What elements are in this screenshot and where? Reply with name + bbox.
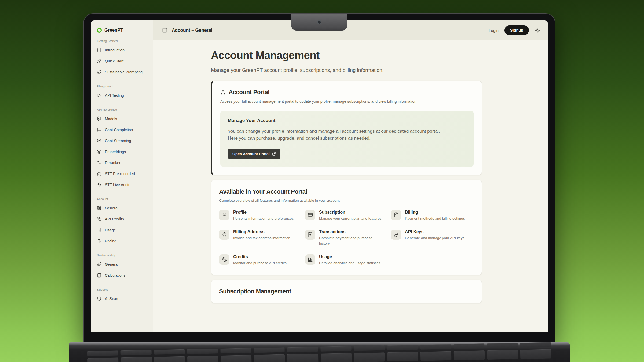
rocket-icon bbox=[97, 59, 101, 63]
radio-icon bbox=[97, 138, 101, 143]
feature-transactions: Transactions Complete payment and purcha… bbox=[305, 230, 388, 246]
login-link[interactable]: Login bbox=[489, 28, 499, 33]
calculator-icon bbox=[97, 273, 101, 278]
sidebar-item-quick-start[interactable]: Quick Start bbox=[91, 56, 153, 67]
sidebar-nav: Getting Started Introduction Quick Start… bbox=[91, 39, 153, 304]
sidebar-item-general[interactable]: General bbox=[91, 202, 153, 213]
keyboard-key bbox=[320, 353, 352, 362]
account-portal-description: Access your full account management port… bbox=[220, 99, 474, 104]
message-square-icon bbox=[97, 127, 101, 132]
feature-usage: Usage Detailed analytics and usage stati… bbox=[305, 254, 388, 266]
feature-description: Detailed analytics and usage statistics bbox=[319, 260, 380, 266]
gear-icon bbox=[97, 206, 101, 210]
sidebar-section: API Reference Models Chat Completion Cha… bbox=[91, 108, 153, 190]
sidebar-item-label: Calculations bbox=[105, 273, 125, 278]
features-card-title: Available in Your Account Portal bbox=[219, 188, 474, 195]
leaf-icon bbox=[97, 262, 101, 267]
sidebar-section-label: Support bbox=[91, 288, 153, 291]
sidebar-section: Playground API Testing bbox=[91, 85, 153, 101]
feature-api-keys: API Keys Generate and manage your API ke… bbox=[391, 230, 474, 246]
sidebar-item-sustainable-prompting[interactable]: Sustainable Prompting bbox=[91, 67, 153, 77]
feature-text: Credits Monitor and purchase API credits bbox=[233, 254, 287, 266]
sidebar-item-usage[interactable]: Usage bbox=[91, 224, 153, 235]
sidebar-item-stt-pre-recorded[interactable]: STT Pre-recorded bbox=[91, 168, 153, 179]
sidebar-section-items: API Testing bbox=[91, 90, 153, 101]
sidebar-item-label: Models bbox=[105, 117, 117, 121]
sidebar-item-pricing[interactable]: Pricing bbox=[91, 235, 153, 246]
sidebar-item-label: API Testing bbox=[105, 93, 124, 98]
keyboard-key bbox=[87, 357, 119, 362]
subscription-management-title: Subscription Management bbox=[219, 288, 474, 295]
theme-toggle-sun-icon[interactable] bbox=[535, 28, 540, 33]
signup-button[interactable]: Signup bbox=[504, 25, 529, 35]
keyboard-key bbox=[520, 342, 551, 348]
file-text-icon bbox=[391, 210, 401, 220]
sidebar-item-general[interactable]: General bbox=[91, 259, 153, 270]
sidebar-item-label: AI Scan bbox=[105, 297, 118, 301]
sidebar-item-introduction[interactable]: Introduction bbox=[91, 45, 153, 56]
sidebar-section-label: Sustainability bbox=[91, 254, 153, 257]
sidebar-item-label: General bbox=[105, 262, 118, 267]
sidebar-section: Getting Started Introduction Quick Start… bbox=[91, 39, 153, 77]
brand-logo[interactable]: GreenPT bbox=[91, 20, 153, 34]
sidebar-item-label: Embeddings bbox=[105, 150, 126, 154]
sidebar-item-stt-live-audio[interactable]: STT Live Audio bbox=[91, 179, 153, 190]
feature-text: Billing Address Invoice and tax address … bbox=[233, 230, 290, 241]
sidebar-item-label: General bbox=[105, 206, 118, 210]
keyboard-key bbox=[187, 349, 218, 354]
feature-description: Manage your current plan and features bbox=[319, 216, 382, 221]
sidebar-item-label: Chat Streaming bbox=[105, 139, 131, 143]
feature-title: Billing Address bbox=[233, 230, 290, 234]
arrow-up-down-icon bbox=[97, 160, 101, 165]
coins-icon bbox=[219, 254, 229, 265]
credit-card-icon bbox=[305, 210, 315, 220]
map-pin-icon bbox=[219, 230, 229, 240]
manage-account-body: You can change your profile information … bbox=[228, 128, 451, 142]
content-column: Account Management Manage your GreenPT a… bbox=[211, 49, 482, 303]
user-icon bbox=[220, 90, 226, 95]
account-portal-title: Account Portal bbox=[229, 89, 269, 96]
sidebar-item-ai-scan[interactable]: AI Scan bbox=[91, 293, 153, 304]
keyboard-key bbox=[154, 349, 185, 355]
sidebar-item-calculations[interactable]: Calculations bbox=[91, 270, 153, 281]
desktop-background: GreenPT Getting Started Introduction Qui… bbox=[0, 0, 644, 362]
sidebar-section-items: Models Chat Completion Chat Streaming Em… bbox=[91, 113, 153, 190]
page-breadcrumb: Account – General bbox=[172, 28, 212, 33]
sidebar-item-chat-streaming[interactable]: Chat Streaming bbox=[91, 135, 153, 146]
feature-credits: Credits Monitor and purchase API credits bbox=[219, 254, 302, 266]
keyboard-key bbox=[454, 350, 485, 360]
feature-billing: Billing Payment methods and billing sett… bbox=[391, 210, 474, 221]
open-account-portal-button[interactable]: Open Account Portal bbox=[228, 149, 280, 159]
topbar-right: Login Signup bbox=[489, 25, 540, 35]
sidebar-item-label: Introduction bbox=[105, 48, 125, 52]
sidebar-item-label: Chat Completion bbox=[105, 128, 133, 132]
sidebar-item-api-credits[interactable]: API Credits bbox=[91, 213, 153, 224]
sidebar-item-label: STT Live Audio bbox=[105, 183, 130, 187]
sidebar-item-label: Quick Start bbox=[105, 59, 123, 63]
page-subtitle: Manage your GreenPT account profile, sub… bbox=[211, 67, 482, 73]
content-scroll-area[interactable]: Account Management Manage your GreenPT a… bbox=[153, 40, 548, 332]
keyboard-key bbox=[420, 344, 451, 350]
shield-icon bbox=[97, 296, 101, 301]
sidebar-toggle-icon[interactable] bbox=[162, 28, 167, 33]
sidebar-item-models[interactable]: Models bbox=[91, 113, 153, 124]
sidebar-item-embeddings[interactable]: Embeddings bbox=[91, 146, 153, 157]
keyboard-key bbox=[121, 350, 152, 355]
keyboard-key bbox=[453, 343, 484, 349]
feature-description: Personal information and preferences bbox=[233, 216, 294, 221]
sidebar-section-items: AI Scan bbox=[91, 293, 153, 304]
receipt-icon bbox=[305, 230, 315, 240]
sidebar-item-chat-completion[interactable]: Chat Completion bbox=[91, 124, 153, 135]
book-icon bbox=[97, 48, 101, 52]
sidebar-section-label: API Reference bbox=[91, 108, 153, 111]
keyboard-key bbox=[121, 357, 152, 362]
sidebar-item-label: API Credits bbox=[105, 217, 124, 221]
feature-text: Subscription Manage your current plan an… bbox=[319, 210, 382, 221]
mic-icon bbox=[97, 182, 101, 187]
sidebar-item-reranker[interactable]: Reranker bbox=[91, 157, 153, 168]
sidebar-item-label: STT Pre-recorded bbox=[105, 172, 135, 176]
keyboard-key bbox=[387, 352, 418, 361]
keyboard-key bbox=[254, 354, 285, 362]
feature-billing-address: Billing Address Invoice and tax address … bbox=[219, 230, 302, 246]
sidebar-item-api-testing[interactable]: API Testing bbox=[91, 90, 153, 101]
